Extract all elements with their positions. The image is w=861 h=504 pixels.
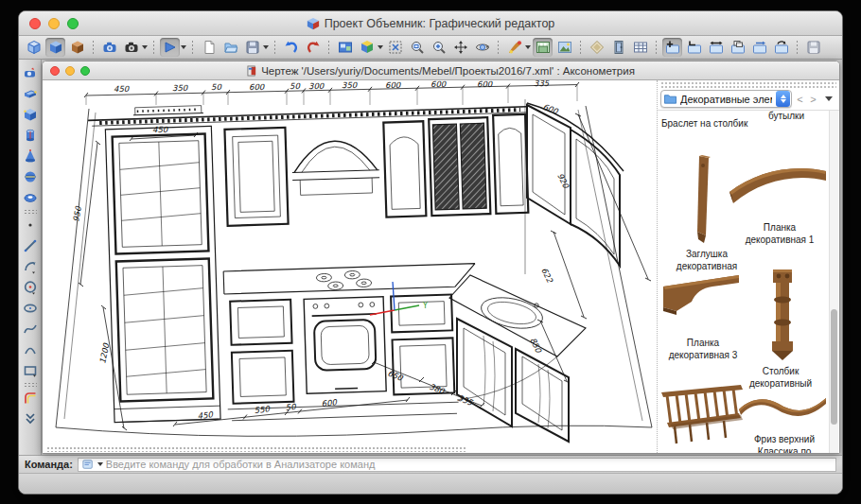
rotate-element-icon[interactable] (771, 38, 791, 57)
camera-list-icon[interactable] (121, 38, 141, 57)
copy-element-icon[interactable] (728, 38, 747, 57)
palette-forward-button[interactable]: > (808, 94, 818, 105)
view-cube-icon[interactable] (357, 38, 377, 57)
dimension-label: 450 (197, 409, 215, 421)
spline-tool-icon[interactable] (21, 320, 40, 339)
list-item-image[interactable] (659, 269, 743, 321)
save-dropdown-icon[interactable] (263, 45, 269, 49)
rectangle-tool-icon[interactable] (21, 361, 40, 380)
render-view-dropdown-icon[interactable] (181, 45, 186, 49)
cone-tool-icon[interactable] (21, 147, 40, 165)
dimension-label: 450 (114, 84, 131, 94)
camera-list-dropdown-icon[interactable] (142, 45, 148, 49)
title-bar[interactable]: Проект Объемник: Графический редактор (19, 11, 842, 36)
undo-icon[interactable] (281, 38, 301, 57)
list-item-image[interactable] (686, 154, 720, 245)
box-tool-icon[interactable] (21, 105, 40, 124)
list-item[interactable]: Браслет на столбик (661, 118, 765, 130)
save-project-icon[interactable] (803, 38, 823, 57)
doc-close-button[interactable] (50, 66, 60, 76)
dimension-label: 350 (172, 83, 189, 93)
close-button[interactable] (29, 18, 41, 29)
command-history-dropdown-icon[interactable] (97, 462, 103, 466)
app-window: Проект Объемник: Графический редактор (18, 10, 843, 495)
command-field[interactable] (78, 458, 836, 472)
list-item-image[interactable] (764, 268, 801, 362)
new-document-icon[interactable] (199, 38, 219, 57)
status-bar (19, 473, 842, 494)
palette-scrollbar[interactable] (829, 111, 838, 453)
drawing-area[interactable]: 450 350 50 600 50 300 350 600 600 600 33… (43, 80, 657, 453)
viewport-image-icon[interactable] (335, 38, 355, 57)
add-element-icon[interactable] (662, 38, 682, 57)
sphere-tool-icon[interactable] (21, 167, 40, 186)
minimize-button[interactable] (48, 18, 60, 29)
render-materials-icon[interactable] (504, 38, 524, 57)
list-item[interactable]: Планка декоративная 3 (658, 338, 748, 361)
open-document-icon[interactable] (220, 38, 240, 57)
render-view-icon[interactable] (160, 38, 180, 57)
horizontal-scrollbar[interactable] (46, 446, 467, 452)
arc-tool-icon[interactable] (21, 340, 40, 359)
palette-drag-handle[interactable] (660, 81, 836, 88)
slab-tool-icon[interactable] (21, 84, 40, 103)
palette-back-button[interactable]: < (795, 94, 805, 105)
room-view-icon[interactable] (533, 38, 553, 57)
ellipse-tool-icon[interactable] (21, 299, 40, 318)
doc-zoom-button[interactable] (80, 66, 90, 76)
dimension-label: 600 (477, 80, 494, 89)
zoom-in-icon[interactable] (429, 38, 448, 57)
redo-icon[interactable] (303, 38, 323, 57)
render-materials-dropdown-icon[interactable] (525, 45, 531, 49)
select-stepper-icon[interactable] (776, 91, 790, 107)
resize-element-icon[interactable] (706, 38, 726, 57)
list-item[interactable]: Планка декоративная 1 (739, 222, 820, 246)
add-corner-element-icon[interactable] (684, 38, 704, 57)
material-icon[interactable] (587, 38, 606, 57)
zoom-button[interactable] (67, 18, 79, 29)
cube-wireframe-icon[interactable] (24, 38, 44, 57)
workspace: Чертеж '/Users/yuriy/Documents/Mebel/Про… (19, 60, 842, 455)
list-item-image[interactable] (728, 160, 830, 209)
list-item[interactable]: Фриз верхний Классика по контуру наборны… (743, 434, 826, 453)
move-element-icon[interactable] (749, 38, 769, 57)
camera-3d-icon[interactable] (21, 63, 40, 82)
pan-icon[interactable] (450, 38, 470, 57)
cube-solid-icon[interactable] (45, 38, 65, 57)
palette-scrollbar-thumb[interactable] (831, 309, 837, 425)
cylinder-tool-icon[interactable] (21, 126, 40, 145)
fillet-tool-icon[interactable] (21, 389, 40, 408)
document-title-bar[interactable]: Чертеж '/Users/yuriy/Documents/Mebel/Про… (43, 61, 839, 80)
cube-brown-icon[interactable] (67, 38, 87, 57)
list-item-image[interactable] (658, 383, 747, 449)
dimension-label: 650 (386, 369, 405, 384)
doc-minimize-button[interactable] (65, 66, 75, 76)
facade-icon[interactable] (608, 38, 628, 57)
zoom-extents-icon[interactable] (385, 38, 405, 57)
dimension-label: 600 (249, 82, 266, 92)
circle-tool-icon[interactable] (21, 278, 40, 297)
command-history-icon[interactable] (82, 459, 94, 470)
axis-y-label: Y (422, 302, 428, 310)
drawing-canvas[interactable]: 450 350 50 600 50 300 350 600 600 600 33… (43, 80, 657, 453)
orbit-icon[interactable] (472, 38, 492, 57)
command-input[interactable] (106, 459, 832, 470)
palette-menu-button[interactable] (825, 96, 833, 101)
list-item[interactable]: Столбик декоративный (741, 366, 820, 390)
point-tool-icon[interactable] (21, 216, 40, 235)
view-cube-dropdown-icon[interactable] (378, 45, 383, 49)
arc-dropdown-tool-icon[interactable] (21, 257, 40, 276)
line-tool-icon[interactable] (21, 236, 40, 255)
zoom-window-icon[interactable] (407, 38, 427, 57)
dimension-label: 600 (321, 397, 339, 408)
background-image-icon[interactable] (554, 38, 574, 57)
dimension-label: 950 (71, 204, 83, 222)
torus-tool-icon[interactable] (21, 188, 40, 207)
table-icon[interactable] (630, 38, 650, 57)
list-item-image[interactable] (737, 391, 830, 430)
palette-category-select[interactable]: Декоративные элементы (660, 90, 792, 108)
save-document-icon[interactable] (242, 38, 262, 57)
more-tools-icon[interactable] (21, 409, 40, 428)
dimension-label: 50 (290, 81, 301, 91)
camera-icon[interactable] (99, 38, 119, 57)
